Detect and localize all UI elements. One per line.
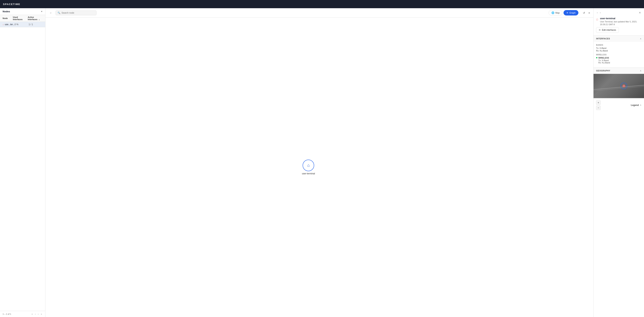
legend-title: Legend [631, 104, 639, 107]
prev-page-btn[interactable]: ‹ [34, 312, 36, 315]
nav-bar: ← 🔍 🌐 Map ✳ Graph ↺ ≡ [46, 8, 593, 18]
tx-band-value: Tx: X-Band [596, 47, 642, 49]
next-page-btn[interactable]: › [37, 312, 39, 315]
panel-node-icon: ⌂ [596, 17, 598, 21]
graph-canvas: ⌂ user-terminal [46, 18, 593, 317]
map-view-btn[interactable]: 🌐 Map [548, 10, 562, 16]
geography-section-title: GEOGRAPHY [596, 70, 610, 72]
wireless-label: WIRELESS [596, 54, 642, 56]
graph-view-btn[interactable]: ✳ Graph [564, 10, 578, 16]
wireless-status-dot [596, 57, 598, 58]
first-page-btn[interactable]: « [31, 312, 33, 315]
edit-interfaces-btn[interactable]: ✏ Edit interfaces [596, 27, 619, 33]
node-label: user-terminal [302, 172, 315, 175]
refresh-btn[interactable]: ↺ [582, 11, 586, 15]
node-symbol: ⌂ [307, 163, 310, 168]
sort-icon: ▲ [38, 19, 40, 21]
interfaces-chevron-icon: ∧ [640, 38, 642, 40]
rx-band-value: Rx: Ku-Band [596, 50, 642, 52]
bottom-panel: + − Legend ∧ [594, 98, 644, 112]
panel-node-info: ⌂ user-terminal User Terminal, last upda… [596, 17, 642, 26]
sidebar-title: Nodes [2, 10, 10, 13]
pagination-info: 1 – 1 of 1 [2, 313, 11, 315]
search-input[interactable] [62, 12, 94, 14]
node-icon: ⌂ [2, 23, 4, 26]
panel-prev-btn[interactable]: ‹ [596, 11, 598, 14]
geography-map[interactable] [594, 74, 644, 98]
node-container[interactable]: ⌂ user-terminal [302, 160, 315, 175]
geography-section: GEOGRAPHY ∧ [594, 68, 644, 98]
map-icon: 🌐 [552, 11, 554, 14]
cell-active: 1 / 1 [29, 23, 43, 26]
wireless-rx: Rx: Ku-Band [598, 62, 642, 64]
legend-section[interactable]: Legend ∧ [631, 104, 642, 107]
wireless-item: WIRELESS Tx: X-Band Rx: Ku-Band [596, 57, 642, 64]
topbar: SPACETIME [0, 0, 644, 8]
right-controls: ↺ ≡ [582, 11, 591, 15]
zoom-in-btn[interactable]: + [596, 100, 600, 105]
zoom-controls: + − [596, 100, 600, 110]
geography-section-header[interactable]: GEOGRAPHY ∧ [594, 68, 644, 74]
right-panel: ‹ › ✕ ⌂ user-terminal User Terminal, las… [593, 8, 644, 317]
main-layout: Nodes ▼ Node Used Interfaces Active Inte… [0, 8, 644, 317]
panel-node-subtitle: User Terminal, last updated Mar 5, 2023,… [600, 20, 642, 26]
panel-header: ‹ › ✕ ⌂ user-terminal User Terminal, las… [594, 8, 644, 36]
sidebar-header: Nodes ▼ [0, 8, 45, 15]
panel-next-btn[interactable]: › [599, 11, 601, 14]
bands-label: BANDS [596, 44, 642, 46]
sidebar: Nodes ▼ Node Used Interfaces Active Inte… [0, 8, 46, 317]
col-active-header: Active Interfaces ▲ [28, 16, 43, 21]
table-row[interactable]: ⌂ use...ter... 0 % 1 / 1 [0, 22, 45, 27]
sidebar-footer: 1 – 1 of 1 « ‹ › » [0, 311, 45, 317]
logo: SPACETIME [3, 3, 20, 6]
interfaces-section: INTERFACES ∧ BANDS Tx: X-Band Rx: Ku-Ban… [594, 36, 644, 68]
zoom-out-btn[interactable]: − [596, 106, 600, 110]
node-circle: ⌂ [302, 160, 314, 171]
nodes-dropdown-icon[interactable]: ▼ [41, 11, 43, 13]
interfaces-section-header[interactable]: INTERFACES ∧ [594, 36, 644, 42]
wireless-tx: Tx: X-Band [598, 59, 642, 62]
search-box: 🔍 [56, 11, 96, 15]
panel-close-btn[interactable]: ✕ [638, 11, 642, 15]
panel-node-text: user-terminal User Terminal, last update… [600, 17, 642, 26]
last-page-btn[interactable]: » [40, 312, 43, 315]
panel-header-top: ‹ › ✕ [596, 11, 642, 16]
col-node-header: Node [2, 17, 13, 20]
search-icon: 🔍 [58, 12, 60, 14]
geo-map-bg [594, 74, 644, 98]
view-toggle: 🌐 Map ✳ Graph [548, 10, 578, 16]
panel-nav: ‹ › [596, 11, 602, 14]
col-used-header: Used Interfaces [13, 16, 28, 21]
cell-node: ⌂ use...ter... [2, 23, 14, 26]
wireless-item-name: WIRELESS [596, 57, 642, 59]
geography-chevron-icon: ∧ [640, 70, 642, 72]
interfaces-section-content: BANDS Tx: X-Band Rx: Ku-Band WIRELESS WI… [594, 42, 644, 68]
legend-chevron-icon: ∧ [640, 104, 642, 106]
pagination-controls: « ‹ › » [31, 312, 43, 315]
geo-marker [622, 85, 625, 87]
edit-icon: ✏ [599, 29, 601, 31]
interfaces-section-title: INTERFACES [596, 38, 610, 40]
content-area: ← 🔍 🌐 Map ✳ Graph ↺ ≡ [46, 8, 593, 317]
back-button[interactable]: ← [48, 11, 54, 15]
cell-used: 0 % [14, 23, 28, 26]
table-header: Node Used Interfaces Active Interfaces ▲ [0, 15, 45, 22]
filter-btn[interactable]: ≡ [588, 11, 591, 15]
panel-node-name: user-terminal [600, 17, 642, 20]
graph-icon: ✳ [566, 11, 568, 14]
